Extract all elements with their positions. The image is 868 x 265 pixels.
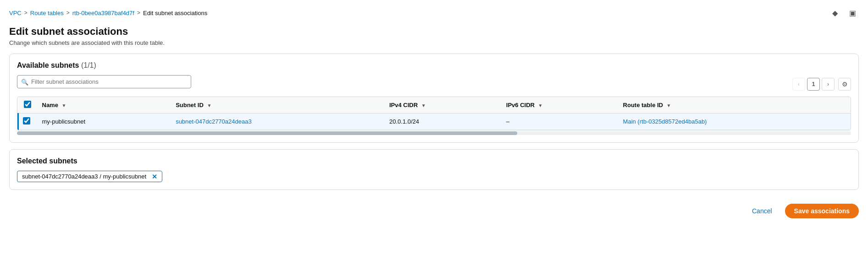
selected-subnets-card: Selected subnets subnet-047dc2770a24deaa… [9,149,859,190]
table-row: my-publicsubnet subnet-047dc2770a24deaa3… [18,114,851,130]
search-input[interactable] [17,75,191,88]
search-icon: 🔍 [21,78,28,85]
breadcrumb: VPC > Route tables > rtb-0bee0a3987baf4d… [9,6,859,19]
subnet-id-link-0[interactable]: subnet-047dc2770a24deaa3 [176,118,252,125]
row-checkbox-0[interactable] [23,117,30,124]
col-header-route-table-id[interactable]: Route table ID ▼ [618,97,851,114]
cell-ipv4-0: 20.0.1.0/24 [384,114,501,130]
cancel-button[interactable]: Cancel [745,204,780,218]
pagination-prev-button[interactable]: ‹ [792,78,805,91]
sort-route-table-icon: ▼ [667,103,671,108]
cell-name-0: my-publicsubnet [37,114,171,130]
breadcrumb-sep-3: > [137,10,140,16]
col-header-subnet-id[interactable]: Subnet ID ▼ [170,97,384,114]
page-title: Edit subnet associations [9,26,859,38]
sort-ipv4-icon: ▼ [421,103,426,108]
save-associations-button[interactable]: Save associations [785,204,859,218]
subnet-tag-label: subnet-047dc2770a24deaa3 / my-publicsubn… [22,173,146,180]
security-icon[interactable]: ◆ [829,6,841,19]
breadcrumb-rtb[interactable]: rtb-0bee0a3987baf4d7f [72,10,134,16]
subnets-table: Name ▼ Subnet ID ▼ IPv4 CIDR ▼ IPv6 CI [17,97,851,130]
col-header-ipv6-cidr[interactable]: IPv6 CIDR ▼ [501,97,618,114]
breadcrumb-sep-2: > [66,10,70,16]
col-header-ipv4-cidr[interactable]: IPv4 CIDR ▼ [384,97,501,114]
search-wrapper: 🔍 [17,75,191,88]
available-subnets-card: Available subnets (1/1) 🔍 ‹ 1 › ⚙ [9,54,859,143]
pagination-next-button[interactable]: › [822,78,835,91]
pagination-page-1[interactable]: 1 [807,78,820,91]
column-settings-button[interactable]: ⚙ [838,78,851,91]
footer-buttons: Cancel Save associations [9,199,859,218]
subnet-tag: subnet-047dc2770a24deaa3 / my-publicsubn… [17,171,162,182]
subnet-tag-remove-button[interactable]: ✕ [152,173,157,180]
subnets-table-container: Name ▼ Subnet ID ▼ IPv4 CIDR ▼ IPv6 CI [17,97,851,130]
page-subtitle: Change which subnets are associated with… [9,39,859,46]
display-icon[interactable]: ▣ [846,6,859,19]
breadcrumb-route-tables[interactable]: Route tables [30,10,64,16]
available-subnets-title: Available subnets (1/1) [17,61,96,70]
select-all-checkbox[interactable] [24,101,31,108]
cell-ipv6-0: – [501,114,618,130]
available-subnets-count: (1/1) [81,61,96,69]
route-table-link-0[interactable]: Main (rtb-0325d8572ed4ba5ab) [623,118,707,125]
cell-subnet-id-0: subnet-047dc2770a24deaa3 [170,114,384,130]
breadcrumb-vpc[interactable]: VPC [9,10,22,16]
col-header-name[interactable]: Name ▼ [37,97,171,114]
breadcrumb-current: Edit subnet associations [143,10,207,16]
sort-ipv6-icon: ▼ [538,103,543,108]
cell-route-table-0: Main (rtb-0325d8572ed4ba5ab) [618,114,851,130]
selected-subnets-title: Selected subnets [17,157,851,165]
sort-name-icon: ▼ [62,103,66,108]
horizontal-scrollbar[interactable] [17,131,851,135]
sort-subnet-id-icon: ▼ [207,103,211,108]
breadcrumb-sep-1: > [24,10,28,16]
